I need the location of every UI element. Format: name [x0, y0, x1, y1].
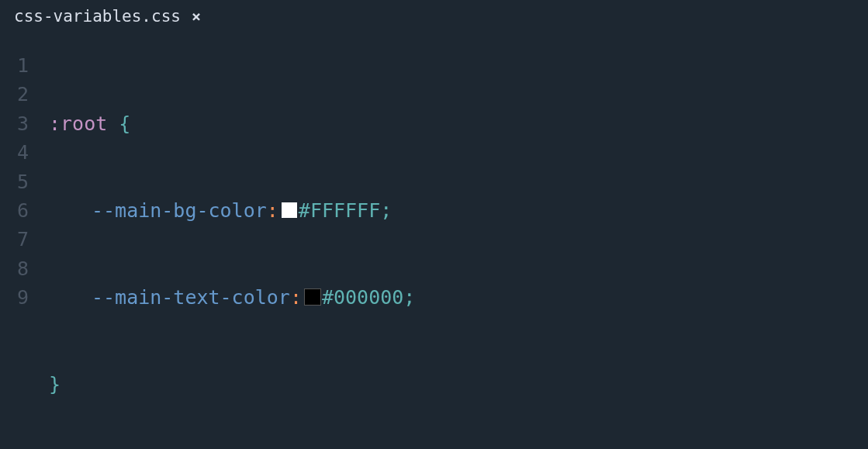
- colon-token: :: [267, 196, 278, 225]
- semicolon-token: ;: [380, 196, 392, 225]
- hex-token: #000000: [322, 283, 403, 312]
- brace-token: }: [49, 370, 61, 399]
- close-icon[interactable]: ×: [192, 9, 201, 24]
- line-number: 1: [0, 51, 29, 80]
- colon-token: :: [290, 283, 302, 312]
- line-number: 2: [0, 80, 29, 109]
- line-number: 6: [0, 196, 29, 225]
- line-number: 8: [0, 254, 29, 283]
- line-number-gutter: 1 2 3 4 5 6 7 8 9: [0, 51, 43, 449]
- code-line[interactable]: --main-bg-color: #FFFFFF;: [43, 196, 868, 225]
- brace-token: {: [107, 109, 130, 138]
- code-content[interactable]: :root { --main-bg-color: #FFFFFF; --main…: [43, 51, 868, 449]
- editor-area[interactable]: 1 2 3 4 5 6 7 8 9 :root { --main-bg-colo…: [0, 33, 868, 449]
- color-swatch-icon[interactable]: [282, 202, 297, 218]
- property-token: --main-bg-color: [92, 196, 267, 225]
- color-swatch-icon[interactable]: [305, 289, 320, 305]
- property-token: --main-text-color: [92, 283, 290, 312]
- tab-filename: css-variables.css: [14, 7, 181, 26]
- line-number: 9: [0, 283, 29, 312]
- line-number: 5: [0, 168, 29, 196]
- tab-css-variables[interactable]: css-variables.css ×: [0, 1, 215, 32]
- code-line[interactable]: --main-text-color: #000000;: [43, 283, 868, 312]
- hex-token: #FFFFFF: [299, 196, 380, 225]
- line-number: 3: [0, 109, 29, 138]
- line-number: 7: [0, 225, 29, 254]
- code-line[interactable]: }: [43, 370, 868, 399]
- selector-token: :root: [49, 109, 107, 138]
- semicolon-token: ;: [403, 283, 415, 312]
- code-line[interactable]: :root {: [43, 109, 868, 138]
- tab-bar: css-variables.css ×: [0, 0, 868, 33]
- line-number: 4: [0, 138, 29, 167]
